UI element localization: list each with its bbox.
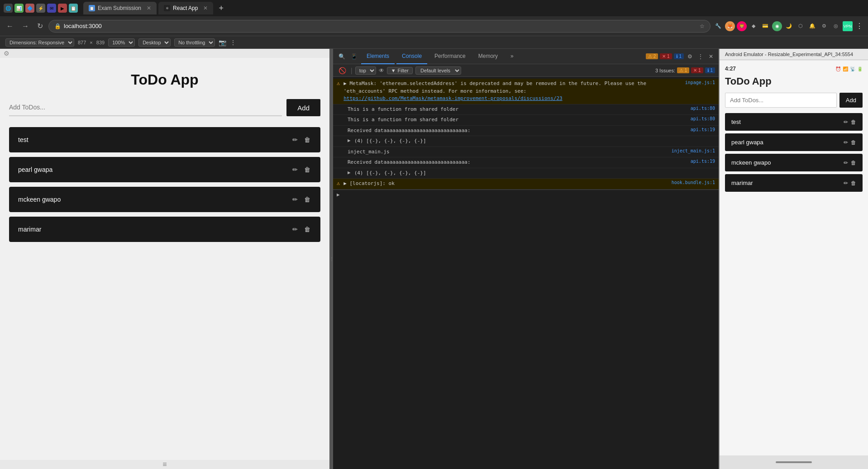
console-source-api1[interactable]: api.ts:80 bbox=[691, 106, 715, 111]
tab-console[interactable]: Console bbox=[396, 49, 427, 64]
console-source-api4[interactable]: api.ts:19 bbox=[691, 159, 715, 164]
extension5-icon[interactable]: ⚙ bbox=[819, 21, 829, 31]
todo-item-actions: ✏ 🗑 bbox=[291, 135, 311, 144]
console-input[interactable] bbox=[343, 192, 715, 198]
edit-button-2[interactable]: ✏ bbox=[291, 195, 299, 204]
devtools-more-icon[interactable]: ⋮ bbox=[696, 52, 705, 61]
android-edit-button-0[interactable]: ✏ bbox=[844, 119, 848, 125]
todo-item-actions: ✏ 🗑 bbox=[291, 195, 311, 204]
eth-icon[interactable]: ◆ bbox=[749, 21, 758, 31]
throttling-selector[interactable]: No throttling bbox=[174, 38, 215, 47]
android-edit-button-2[interactable]: ✏ bbox=[844, 160, 848, 166]
devtools-panel: 🔍 📱 Elements Console Performance Memory … bbox=[333, 49, 719, 469]
zoom-selector[interactable]: 100% bbox=[108, 38, 135, 47]
extensions-icon[interactable]: 🔧 bbox=[713, 21, 723, 31]
console-source-inpage[interactable]: inpage.js:1 bbox=[685, 80, 715, 85]
menu-icon[interactable]: ⋮ bbox=[854, 21, 864, 31]
edit-button-1[interactable]: ✏ bbox=[291, 165, 299, 174]
metamask-icon[interactable]: 🦊 bbox=[725, 21, 735, 31]
console-line-locator: ⚠ ▶ [locatorjs]: ok hook.bundle.js:1 bbox=[333, 179, 719, 189]
console-source-inject[interactable]: inject_main.js:1 bbox=[672, 148, 715, 153]
android-edit-button-1[interactable]: ✏ bbox=[844, 139, 848, 146]
extension3-icon[interactable]: ⬡ bbox=[796, 21, 806, 31]
extension6-icon[interactable]: ◎ bbox=[831, 21, 841, 31]
android-add-input[interactable] bbox=[725, 93, 837, 108]
console-line-received2-data: ▶ (4) [{-}, {-}, {-}, {-}] bbox=[333, 168, 719, 179]
console-line-shared2: This is a function from shared folder ap… bbox=[333, 115, 719, 126]
android-delete-button-1[interactable]: 🗑 bbox=[851, 139, 856, 146]
console-level-selector[interactable]: Default levels bbox=[415, 66, 461, 75]
console-text-locator: ▶ [locatorjs]: ok bbox=[343, 180, 668, 188]
viewport-settings-icon[interactable]: ⚙ bbox=[4, 50, 10, 57]
console-context-selector[interactable]: top bbox=[355, 66, 376, 75]
issues-section: 3 Issues: ⚠ 1 ✕ 1 ℹ 1 bbox=[655, 67, 715, 73]
extension1-icon[interactable]: ◉ bbox=[772, 21, 782, 31]
devtools-close-icon[interactable]: ✕ bbox=[707, 52, 715, 61]
delete-button-1[interactable]: 🗑 bbox=[303, 165, 311, 174]
delete-button-0[interactable]: 🗑 bbox=[303, 135, 311, 144]
android-home-indicator[interactable] bbox=[776, 461, 812, 463]
screenshot-icon[interactable]: 📷 bbox=[219, 39, 226, 46]
edit-button-0[interactable]: ✏ bbox=[291, 135, 299, 144]
wallet-icon[interactable]: 💳 bbox=[760, 21, 770, 31]
tab-performance[interactable]: Performance bbox=[429, 49, 471, 64]
expand-array-icon[interactable]: ▶ bbox=[348, 137, 351, 143]
devtools-device-icon[interactable]: 📱 bbox=[349, 52, 359, 61]
back-button[interactable]: ← bbox=[4, 20, 16, 32]
delete-button-2[interactable]: 🗑 bbox=[303, 195, 311, 204]
console-clear-button[interactable]: 🚫 bbox=[337, 67, 348, 74]
bookmark-icon[interactable]: ☆ bbox=[700, 23, 705, 29]
android-todo-text-3: marimar bbox=[731, 180, 753, 186]
brave-icon[interactable]: 🦁 bbox=[737, 21, 747, 31]
android-todo-text-1: pearl gwapa bbox=[731, 139, 763, 146]
console-line-metamask: ⚠ ▶ MetaMask: 'ethereum.selectedAddress'… bbox=[333, 79, 719, 104]
console-prompt-line: ▶ bbox=[333, 189, 719, 199]
console-source-api3[interactable]: api.ts:19 bbox=[691, 127, 715, 132]
tab-elements[interactable]: Elements bbox=[361, 49, 395, 64]
more-options-icon[interactable]: ⋮ bbox=[230, 39, 236, 46]
device-selector[interactable]: Desktop bbox=[138, 38, 171, 47]
delete-button-3[interactable]: 🗑 bbox=[303, 225, 311, 234]
console-eye-icon[interactable]: 👁 bbox=[379, 67, 384, 74]
main-area: ⚙ ToDo App Add test ✏ 🗑 pearl gwapa bbox=[0, 49, 868, 469]
reload-button[interactable]: ↻ bbox=[34, 20, 46, 32]
viewport-selector[interactable]: Dimensions: Responsive bbox=[5, 38, 74, 47]
nav-bar: ← → ↻ 🔒 ☆ 🔧 🦊 🦁 ◆ 💳 ◉ 🌙 ⬡ 🔔 ⚙ ◎ VPN ⋮ bbox=[0, 16, 868, 36]
tab-more[interactable]: » bbox=[505, 49, 519, 64]
android-status-bar: 4:27 ⏰ 📶 📡 🔋 bbox=[725, 66, 863, 72]
extension7-icon[interactable]: VPN bbox=[843, 21, 853, 31]
devtools-inspect-icon[interactable]: 🔍 bbox=[337, 52, 347, 61]
forward-button[interactable]: → bbox=[19, 20, 32, 32]
console-filter-button[interactable]: ▼ Filter bbox=[387, 67, 413, 74]
edit-button-3[interactable]: ✏ bbox=[291, 225, 299, 234]
expand-array2-icon[interactable]: ▶ bbox=[348, 170, 351, 175]
new-tab-button[interactable]: + bbox=[215, 4, 227, 13]
viewport-width: 877 bbox=[78, 40, 86, 45]
react-tab-close[interactable]: ✕ bbox=[203, 5, 208, 11]
devtools-settings-icon[interactable]: ⚙ bbox=[686, 52, 694, 61]
android-todo-text-2: mckeen gwapo bbox=[731, 159, 771, 166]
android-delete-button-2[interactable]: 🗑 bbox=[851, 160, 856, 166]
tab-memory[interactable]: Memory bbox=[473, 49, 503, 64]
exam-tab-label: Exam Submission bbox=[98, 5, 141, 11]
android-edit-button-3[interactable]: ✏ bbox=[844, 180, 848, 186]
exam-tab-close[interactable]: ✕ bbox=[147, 5, 151, 11]
android-delete-button-0[interactable]: 🗑 bbox=[851, 119, 856, 125]
todo-text: pearl gwapa bbox=[18, 166, 52, 173]
console-toolbar: 🚫 | top 👁 ▼ Filter Default levels 3 Issu… bbox=[333, 64, 719, 77]
console-source-api2[interactable]: api.ts:80 bbox=[691, 116, 715, 121]
tab-exam-submission[interactable]: 📋 Exam Submission ✕ bbox=[83, 2, 157, 14]
address-bar[interactable]: 🔒 ☆ bbox=[48, 20, 711, 33]
tab-react-app[interactable]: ⚛ React App ✕ bbox=[158, 2, 213, 14]
extension4-icon[interactable]: 🔔 bbox=[807, 21, 817, 31]
android-add-button[interactable]: Add bbox=[839, 93, 863, 108]
add-button[interactable]: Add bbox=[286, 99, 320, 116]
console-source-hook[interactable]: hook.bundle.js:1 bbox=[672, 180, 715, 185]
extension2-icon[interactable]: 🌙 bbox=[784, 21, 794, 31]
error-count-badge: ✕ 1 bbox=[660, 53, 672, 59]
metamask-link[interactable]: https://github.com/MetaMask/metamask-imp… bbox=[343, 95, 562, 101]
toolbar-icons: 🔧 🦊 🦁 ◆ 💳 ◉ 🌙 ⬡ 🔔 ⚙ ◎ VPN ⋮ bbox=[713, 21, 864, 31]
add-todo-input[interactable] bbox=[9, 99, 282, 116]
url-input[interactable] bbox=[64, 23, 697, 29]
android-delete-button-3[interactable]: 🗑 bbox=[851, 180, 856, 186]
